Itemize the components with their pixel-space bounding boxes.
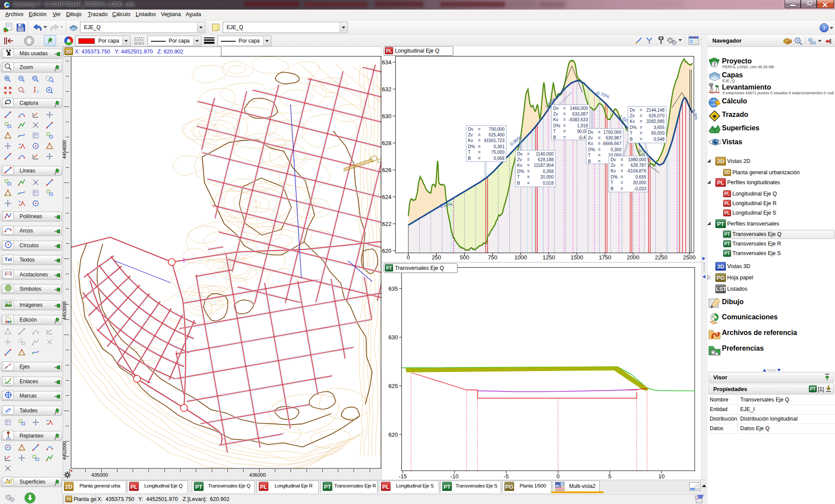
svg-text:D%: D% — [553, 123, 560, 128]
svg-text:632: 632 — [382, 86, 391, 93]
svg-text:T: T — [611, 180, 613, 185]
svg-text:T: T — [468, 150, 471, 155]
svg-text:625: 625 — [388, 383, 398, 389]
svg-text:Dv: Dv — [611, 157, 616, 162]
svg-text:=: = — [478, 127, 481, 132]
svg-text:=: = — [478, 150, 481, 155]
svg-text:0,300: 0,300 — [611, 147, 621, 152]
svg-text:B: B — [517, 181, 520, 186]
svg-text:=: = — [621, 169, 623, 173]
svg-text:=: = — [478, 156, 481, 161]
svg-text:3282,995: 3282,995 — [646, 119, 665, 124]
svg-text:T: T — [553, 129, 556, 134]
svg-text:20,000: 20,000 — [633, 180, 646, 185]
svg-text:=: = — [621, 180, 623, 185]
svg-text:634: 634 — [382, 59, 391, 66]
svg-text:11187,904: 11187,904 — [534, 163, 554, 168]
svg-text:D%: D% — [611, 175, 618, 179]
svg-text:Kv: Kv — [630, 119, 635, 124]
svg-text:Kv: Kv — [468, 138, 473, 143]
svg-text:=: = — [640, 125, 642, 130]
svg-text:630: 630 — [382, 113, 391, 119]
svg-text:1460,000: 1460,000 — [570, 106, 588, 111]
svg-text:?: ? — [37, 90, 39, 94]
svg-text:Kv: Kv — [611, 169, 616, 173]
svg-text:635: 635 — [388, 285, 398, 292]
svg-text:=: = — [621, 175, 623, 179]
svg-text:=: = — [563, 117, 566, 122]
svg-text:1760,000: 1760,000 — [603, 130, 621, 135]
svg-text:=: = — [563, 129, 566, 134]
svg-text:1750: 1750 — [599, 254, 611, 261]
svg-text:=: = — [598, 130, 601, 135]
svg-text:628,787: 628,787 — [631, 163, 647, 168]
svg-text:D%: D% — [630, 125, 637, 130]
svg-text:0,548: 0,548 — [654, 137, 665, 142]
svg-text:-6666,667: -6666,667 — [602, 141, 621, 146]
svg-text:=: = — [640, 137, 642, 142]
svg-text:=: = — [621, 186, 623, 191]
svg-text:Zv: Zv — [611, 163, 615, 168]
svg-text:1000: 1000 — [514, 254, 527, 261]
svg-text:1980,000: 1980,000 — [628, 157, 646, 162]
svg-text:B: B — [553, 135, 556, 140]
svg-text:41561,723: 41561,723 — [484, 138, 505, 143]
svg-text:0,358: 0,358 — [543, 169, 554, 174]
svg-text:1500: 1500 — [571, 254, 583, 261]
svg-text:=: = — [640, 119, 642, 124]
svg-text:121.45: 121.45 — [5, 271, 12, 273]
svg-text:Txt: Txt — [5, 257, 12, 262]
svg-text:=: = — [640, 113, 642, 118]
svg-text:0,068: 0,068 — [494, 156, 504, 161]
svg-text:Zv: Zv — [630, 113, 635, 118]
svg-text:Dv: Dv — [517, 152, 522, 156]
svg-text:10: 10 — [658, 473, 665, 480]
svg-text:624: 624 — [382, 194, 391, 200]
svg-text:Dv: Dv — [630, 108, 635, 113]
svg-text:B: B — [611, 186, 614, 191]
svg-text:3,655: 3,655 — [654, 125, 665, 130]
svg-text:700,000: 700,000 — [489, 127, 505, 132]
svg-text:=: = — [563, 135, 566, 140]
svg-text:=: = — [598, 141, 601, 146]
svg-text:?: ? — [823, 25, 826, 31]
svg-text:XYZ: XYZ — [6, 437, 11, 439]
svg-text:Zv: Zv — [468, 133, 473, 137]
svg-text:0: 0 — [407, 254, 410, 261]
svg-text:=: = — [640, 131, 642, 136]
svg-text:60,000: 60,000 — [651, 131, 665, 136]
svg-text:B: B — [468, 156, 471, 161]
svg-text:1140,000: 1140,000 — [536, 152, 554, 156]
svg-text:=: = — [598, 136, 601, 140]
svg-text:Zv: Zv — [588, 136, 593, 140]
svg-text:5: 5 — [608, 473, 611, 480]
svg-text:630,987: 630,987 — [606, 136, 622, 140]
svg-text:=: = — [621, 163, 623, 168]
svg-text:T: T — [517, 175, 520, 179]
svg-text:633,087: 633,087 — [572, 112, 588, 116]
svg-text:2500: 2500 — [683, 254, 695, 261]
svg-text:75,000: 75,000 — [491, 150, 504, 155]
svg-text:-6104,876: -6104,876 — [627, 169, 646, 173]
svg-text:620: 620 — [388, 431, 398, 438]
svg-text:=: = — [598, 147, 601, 152]
svg-text:=: = — [527, 152, 530, 156]
svg-text:620: 620 — [382, 248, 391, 254]
svg-text:=: = — [478, 138, 481, 143]
svg-text:Zv: Zv — [517, 157, 522, 162]
svg-text:=: = — [527, 169, 530, 174]
svg-text:=: = — [527, 175, 530, 179]
svg-text:-10: -10 — [451, 473, 459, 480]
svg-text:=: = — [598, 153, 601, 158]
svg-text:B: B — [588, 159, 591, 164]
svg-text:=: = — [478, 144, 481, 149]
svg-text:?: ? — [796, 39, 799, 43]
svg-text:-5: -5 — [504, 473, 509, 480]
svg-text:2144,148: 2144,148 — [646, 108, 665, 113]
svg-text:2250: 2250 — [655, 254, 668, 261]
svg-text:0,361: 0,361 — [494, 144, 504, 149]
svg-text:Kv: Kv — [553, 117, 558, 122]
svg-text:626,070: 626,070 — [649, 113, 665, 118]
svg-text:-0,033: -0,033 — [634, 186, 647, 191]
svg-text:625,400: 625,400 — [489, 133, 505, 137]
